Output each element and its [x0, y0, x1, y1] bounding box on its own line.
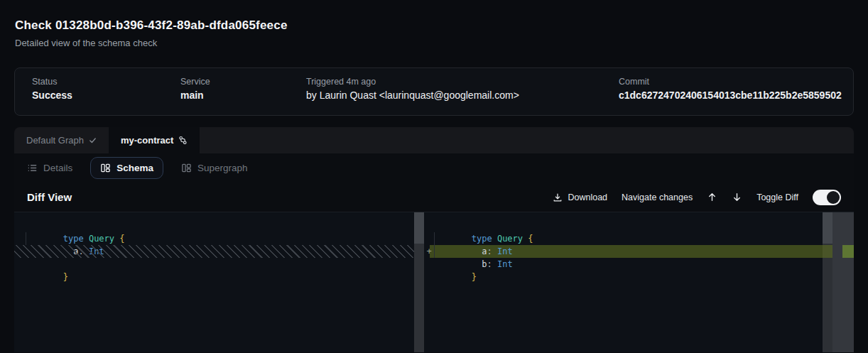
- commit-value: c1dc62724702406154013cbe11b225b2e5859502: [619, 89, 842, 101]
- service-label: Service: [180, 77, 210, 87]
- graph-tabstrip: Default Graph my-contract: [14, 127, 854, 153]
- view-tabstrip: Details Schema Supergraph: [14, 153, 854, 183]
- commit-label: Commit: [619, 77, 649, 87]
- check-detail-panel: Default Graph my-contract: [14, 127, 854, 353]
- service-value: main: [180, 89, 204, 101]
- list-icon: [27, 163, 38, 173]
- diff-left-line-2: a: Int: [22, 232, 104, 245]
- contract-fork-icon: [178, 136, 188, 145]
- left-scrollbar[interactable]: [414, 212, 424, 352]
- toggle-diff-label: Toggle Diff: [756, 192, 798, 202]
- navigate-changes-label: Navigate changes: [622, 192, 693, 202]
- next-change-button[interactable]: [732, 192, 742, 202]
- diff-right-line-2: a: Int: [430, 232, 513, 245]
- schema-check-page: Check 01328b0d-b396-43f2-89ab-dfda065fee…: [0, 0, 868, 353]
- diff-right-line-3-added: b: Int: [430, 245, 513, 258]
- download-label: Download: [568, 192, 607, 202]
- indent-guide: [26, 232, 26, 245]
- diff-placeholder-hatch: [14, 245, 414, 258]
- arrow-down-icon: [732, 192, 742, 202]
- tab-details-label: Details: [43, 163, 72, 173]
- download-button[interactable]: Download: [553, 192, 607, 202]
- download-icon: [553, 192, 563, 202]
- status-value: Success: [32, 89, 72, 101]
- tab-schema-label: Schema: [116, 163, 153, 173]
- diff-left-line-1: type Query {: [22, 219, 125, 232]
- triggered-label: Triggered 4m ago: [306, 77, 376, 87]
- toggle-knob: [827, 191, 840, 204]
- page-header: Check 01328b0d-b396-43f2-89ab-dfda065fee…: [15, 18, 288, 48]
- panels-icon: [181, 163, 192, 173]
- diff-view-title: Diff View: [27, 191, 72, 203]
- page-subtitle: Detailed view of the schema check: [15, 38, 288, 48]
- tab-supergraph[interactable]: Supergraph: [181, 163, 248, 173]
- indent-guide: [434, 232, 435, 258]
- tab-schema[interactable]: Schema: [90, 157, 163, 179]
- added-line-overview-marker: [842, 245, 854, 258]
- tab-details[interactable]: Details: [27, 163, 72, 173]
- status-label: Status: [32, 77, 57, 87]
- diff-left-line-4: }: [22, 258, 68, 271]
- tab-supergraph-label: Supergraph: [197, 163, 248, 173]
- schema-diff-editor: type Query { a: Int } + type Query { a: …: [14, 212, 854, 352]
- panels-icon: [100, 163, 111, 173]
- right-scrollbar-ruler[interactable]: [823, 212, 854, 352]
- check-summary-card: Status Success Service main Triggered 4m…: [14, 67, 854, 116]
- check-icon: [89, 136, 97, 144]
- previous-change-button[interactable]: [707, 192, 717, 202]
- diff-right-line-4: }: [430, 258, 477, 271]
- triggered-value: by Laurin Quast <laurinquast@googlemail.…: [306, 89, 519, 101]
- left-scrollbar-slider[interactable]: [414, 212, 424, 244]
- tab-my-contract-label: my-contract: [121, 135, 173, 146]
- diff-right-line-1: type Query {: [430, 219, 533, 232]
- tab-default-graph-label: Default Graph: [26, 135, 84, 146]
- diff-toolbar: Diff View Download Navigate changes: [14, 183, 854, 212]
- tab-my-contract[interactable]: my-contract: [109, 127, 200, 153]
- page-title: Check 01328b0d-b396-43f2-89ab-dfda065fee…: [15, 18, 288, 33]
- arrow-up-icon: [707, 192, 717, 202]
- tab-default-graph[interactable]: Default Graph: [14, 127, 109, 153]
- right-scrollbar-slider[interactable]: [823, 212, 832, 244]
- added-line-scrollbar-tint: [823, 245, 832, 258]
- toggle-diff-switch[interactable]: [813, 190, 841, 205]
- diff-toolbar-actions: Download Navigate changes Toggle Diff: [553, 190, 841, 205]
